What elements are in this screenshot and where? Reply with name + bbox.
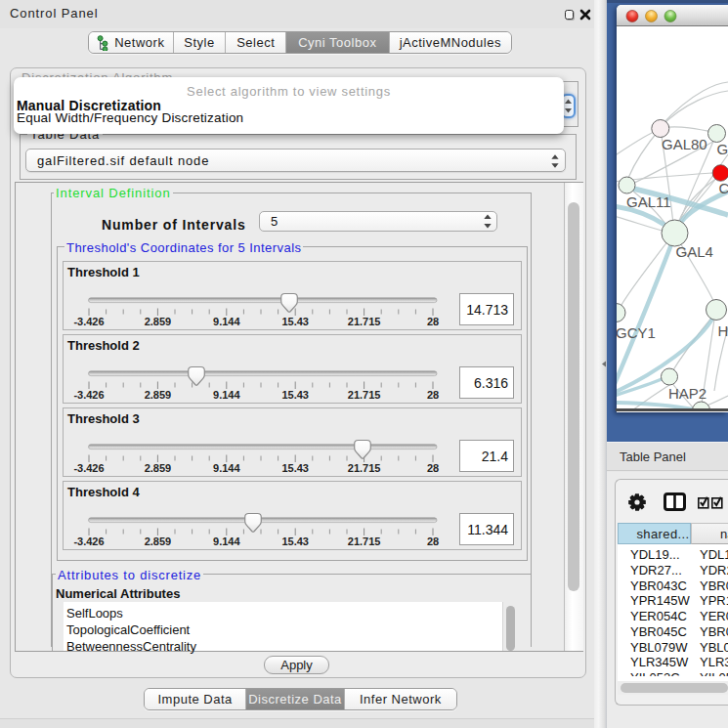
svg-text:21.715: 21.715	[348, 316, 381, 327]
svg-text:9.144: 9.144	[213, 316, 240, 327]
svg-text:2.859: 2.859	[145, 316, 172, 327]
svg-text:9.144: 9.144	[213, 389, 240, 401]
svg-text:21.715: 21.715	[348, 389, 381, 401]
svg-text:15.43: 15.43	[281, 316, 309, 327]
svg-text:15.43: 15.43	[281, 535, 309, 547]
svg-text:2.859: 2.859	[145, 535, 172, 547]
svg-text:28: 28	[427, 535, 439, 547]
svg-text:-3.426: -3.426	[73, 316, 104, 327]
svg-text:21.715: 21.715	[348, 535, 381, 547]
svg-text:15.43: 15.43	[281, 389, 309, 401]
svg-text:GCY1: GCY1	[617, 324, 656, 341]
svg-text:GA: GA	[717, 141, 728, 157]
svg-text:GAL80: GAL80	[662, 136, 707, 152]
svg-text:2.859: 2.859	[145, 389, 172, 401]
svg-text:2.859: 2.859	[145, 462, 172, 474]
svg-text:HAP2: HAP2	[668, 385, 707, 402]
svg-text:21.715: 21.715	[348, 462, 381, 474]
svg-text:H: H	[718, 322, 728, 339]
svg-text:-3.426: -3.426	[73, 462, 104, 474]
svg-text:28: 28	[427, 316, 439, 327]
svg-text:9.144: 9.144	[213, 462, 240, 474]
svg-text:-3.426: -3.426	[73, 535, 104, 547]
svg-text:15.43: 15.43	[281, 462, 309, 474]
svg-text:GAL4: GAL4	[676, 243, 713, 260]
svg-text:28: 28	[427, 462, 439, 474]
svg-text:9.144: 9.144	[213, 535, 240, 547]
svg-text:GAL11: GAL11	[626, 193, 671, 210]
svg-text:C: C	[719, 180, 728, 196]
svg-text:28: 28	[427, 389, 439, 401]
svg-text:-3.426: -3.426	[73, 389, 104, 401]
